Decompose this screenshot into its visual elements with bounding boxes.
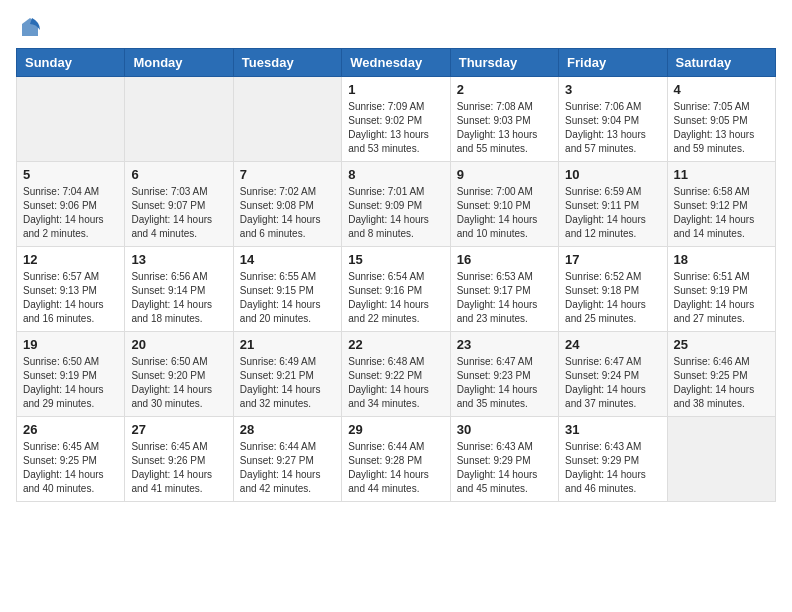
day-number: 28 bbox=[240, 422, 335, 437]
day-number: 17 bbox=[565, 252, 660, 267]
weekday-header-sunday: Sunday bbox=[17, 49, 125, 77]
logo bbox=[16, 16, 42, 40]
day-info: Sunrise: 6:53 AMSunset: 9:17 PMDaylight:… bbox=[457, 270, 552, 326]
calendar-day-cell: 31Sunrise: 6:43 AMSunset: 9:29 PMDayligh… bbox=[559, 417, 667, 502]
day-info: Sunrise: 6:45 AMSunset: 9:25 PMDaylight:… bbox=[23, 440, 118, 496]
calendar-day-cell bbox=[17, 77, 125, 162]
day-number: 21 bbox=[240, 337, 335, 352]
day-info: Sunrise: 6:43 AMSunset: 9:29 PMDaylight:… bbox=[565, 440, 660, 496]
day-number: 9 bbox=[457, 167, 552, 182]
day-info: Sunrise: 7:05 AMSunset: 9:05 PMDaylight:… bbox=[674, 100, 769, 156]
calendar-week-1: 1Sunrise: 7:09 AMSunset: 9:02 PMDaylight… bbox=[17, 77, 776, 162]
day-info: Sunrise: 6:52 AMSunset: 9:18 PMDaylight:… bbox=[565, 270, 660, 326]
weekday-header-wednesday: Wednesday bbox=[342, 49, 450, 77]
day-info: Sunrise: 6:47 AMSunset: 9:23 PMDaylight:… bbox=[457, 355, 552, 411]
day-info: Sunrise: 6:51 AMSunset: 9:19 PMDaylight:… bbox=[674, 270, 769, 326]
day-number: 30 bbox=[457, 422, 552, 437]
logo-icon bbox=[18, 16, 42, 40]
day-info: Sunrise: 7:06 AMSunset: 9:04 PMDaylight:… bbox=[565, 100, 660, 156]
day-number: 10 bbox=[565, 167, 660, 182]
day-info: Sunrise: 6:48 AMSunset: 9:22 PMDaylight:… bbox=[348, 355, 443, 411]
calendar-day-cell: 21Sunrise: 6:49 AMSunset: 9:21 PMDayligh… bbox=[233, 332, 341, 417]
calendar-day-cell: 6Sunrise: 7:03 AMSunset: 9:07 PMDaylight… bbox=[125, 162, 233, 247]
day-number: 12 bbox=[23, 252, 118, 267]
day-number: 25 bbox=[674, 337, 769, 352]
day-info: Sunrise: 6:49 AMSunset: 9:21 PMDaylight:… bbox=[240, 355, 335, 411]
day-number: 15 bbox=[348, 252, 443, 267]
day-number: 27 bbox=[131, 422, 226, 437]
calendar-week-2: 5Sunrise: 7:04 AMSunset: 9:06 PMDaylight… bbox=[17, 162, 776, 247]
calendar-week-3: 12Sunrise: 6:57 AMSunset: 9:13 PMDayligh… bbox=[17, 247, 776, 332]
calendar-day-cell: 3Sunrise: 7:06 AMSunset: 9:04 PMDaylight… bbox=[559, 77, 667, 162]
day-number: 6 bbox=[131, 167, 226, 182]
calendar-day-cell: 16Sunrise: 6:53 AMSunset: 9:17 PMDayligh… bbox=[450, 247, 558, 332]
calendar-day-cell: 18Sunrise: 6:51 AMSunset: 9:19 PMDayligh… bbox=[667, 247, 775, 332]
day-number: 18 bbox=[674, 252, 769, 267]
calendar-day-cell: 14Sunrise: 6:55 AMSunset: 9:15 PMDayligh… bbox=[233, 247, 341, 332]
day-number: 8 bbox=[348, 167, 443, 182]
weekday-header-monday: Monday bbox=[125, 49, 233, 77]
calendar-day-cell: 28Sunrise: 6:44 AMSunset: 9:27 PMDayligh… bbox=[233, 417, 341, 502]
day-info: Sunrise: 6:44 AMSunset: 9:27 PMDaylight:… bbox=[240, 440, 335, 496]
day-info: Sunrise: 7:01 AMSunset: 9:09 PMDaylight:… bbox=[348, 185, 443, 241]
page-header bbox=[16, 16, 776, 40]
calendar-day-cell: 27Sunrise: 6:45 AMSunset: 9:26 PMDayligh… bbox=[125, 417, 233, 502]
calendar-day-cell bbox=[233, 77, 341, 162]
day-number: 5 bbox=[23, 167, 118, 182]
calendar-day-cell: 7Sunrise: 7:02 AMSunset: 9:08 PMDaylight… bbox=[233, 162, 341, 247]
calendar-day-cell: 5Sunrise: 7:04 AMSunset: 9:06 PMDaylight… bbox=[17, 162, 125, 247]
day-number: 19 bbox=[23, 337, 118, 352]
calendar-week-4: 19Sunrise: 6:50 AMSunset: 9:19 PMDayligh… bbox=[17, 332, 776, 417]
day-number: 23 bbox=[457, 337, 552, 352]
weekday-header-thursday: Thursday bbox=[450, 49, 558, 77]
calendar-day-cell: 19Sunrise: 6:50 AMSunset: 9:19 PMDayligh… bbox=[17, 332, 125, 417]
calendar-day-cell: 29Sunrise: 6:44 AMSunset: 9:28 PMDayligh… bbox=[342, 417, 450, 502]
day-number: 31 bbox=[565, 422, 660, 437]
day-info: Sunrise: 6:59 AMSunset: 9:11 PMDaylight:… bbox=[565, 185, 660, 241]
calendar-day-cell: 20Sunrise: 6:50 AMSunset: 9:20 PMDayligh… bbox=[125, 332, 233, 417]
day-info: Sunrise: 6:44 AMSunset: 9:28 PMDaylight:… bbox=[348, 440, 443, 496]
day-number: 24 bbox=[565, 337, 660, 352]
day-info: Sunrise: 6:50 AMSunset: 9:20 PMDaylight:… bbox=[131, 355, 226, 411]
calendar-day-cell: 13Sunrise: 6:56 AMSunset: 9:14 PMDayligh… bbox=[125, 247, 233, 332]
calendar-day-cell: 1Sunrise: 7:09 AMSunset: 9:02 PMDaylight… bbox=[342, 77, 450, 162]
weekday-header-row: SundayMondayTuesdayWednesdayThursdayFrid… bbox=[17, 49, 776, 77]
day-info: Sunrise: 6:47 AMSunset: 9:24 PMDaylight:… bbox=[565, 355, 660, 411]
calendar-day-cell: 8Sunrise: 7:01 AMSunset: 9:09 PMDaylight… bbox=[342, 162, 450, 247]
calendar-day-cell: 24Sunrise: 6:47 AMSunset: 9:24 PMDayligh… bbox=[559, 332, 667, 417]
calendar-day-cell: 25Sunrise: 6:46 AMSunset: 9:25 PMDayligh… bbox=[667, 332, 775, 417]
day-number: 29 bbox=[348, 422, 443, 437]
calendar-day-cell: 2Sunrise: 7:08 AMSunset: 9:03 PMDaylight… bbox=[450, 77, 558, 162]
calendar-table: SundayMondayTuesdayWednesdayThursdayFrid… bbox=[16, 48, 776, 502]
day-info: Sunrise: 6:57 AMSunset: 9:13 PMDaylight:… bbox=[23, 270, 118, 326]
day-info: Sunrise: 7:02 AMSunset: 9:08 PMDaylight:… bbox=[240, 185, 335, 241]
day-number: 7 bbox=[240, 167, 335, 182]
day-number: 16 bbox=[457, 252, 552, 267]
calendar-day-cell: 10Sunrise: 6:59 AMSunset: 9:11 PMDayligh… bbox=[559, 162, 667, 247]
weekday-header-saturday: Saturday bbox=[667, 49, 775, 77]
day-info: Sunrise: 7:09 AMSunset: 9:02 PMDaylight:… bbox=[348, 100, 443, 156]
calendar-day-cell: 9Sunrise: 7:00 AMSunset: 9:10 PMDaylight… bbox=[450, 162, 558, 247]
day-number: 14 bbox=[240, 252, 335, 267]
day-number: 3 bbox=[565, 82, 660, 97]
day-info: Sunrise: 6:46 AMSunset: 9:25 PMDaylight:… bbox=[674, 355, 769, 411]
calendar-day-cell: 15Sunrise: 6:54 AMSunset: 9:16 PMDayligh… bbox=[342, 247, 450, 332]
calendar-day-cell: 4Sunrise: 7:05 AMSunset: 9:05 PMDaylight… bbox=[667, 77, 775, 162]
calendar-week-5: 26Sunrise: 6:45 AMSunset: 9:25 PMDayligh… bbox=[17, 417, 776, 502]
calendar-day-cell: 30Sunrise: 6:43 AMSunset: 9:29 PMDayligh… bbox=[450, 417, 558, 502]
day-number: 1 bbox=[348, 82, 443, 97]
calendar-day-cell: 11Sunrise: 6:58 AMSunset: 9:12 PMDayligh… bbox=[667, 162, 775, 247]
day-info: Sunrise: 7:03 AMSunset: 9:07 PMDaylight:… bbox=[131, 185, 226, 241]
day-number: 20 bbox=[131, 337, 226, 352]
day-number: 11 bbox=[674, 167, 769, 182]
weekday-header-friday: Friday bbox=[559, 49, 667, 77]
calendar-day-cell: 26Sunrise: 6:45 AMSunset: 9:25 PMDayligh… bbox=[17, 417, 125, 502]
weekday-header-tuesday: Tuesday bbox=[233, 49, 341, 77]
day-info: Sunrise: 6:45 AMSunset: 9:26 PMDaylight:… bbox=[131, 440, 226, 496]
day-number: 2 bbox=[457, 82, 552, 97]
day-info: Sunrise: 6:43 AMSunset: 9:29 PMDaylight:… bbox=[457, 440, 552, 496]
day-info: Sunrise: 6:50 AMSunset: 9:19 PMDaylight:… bbox=[23, 355, 118, 411]
day-info: Sunrise: 6:54 AMSunset: 9:16 PMDaylight:… bbox=[348, 270, 443, 326]
calendar-day-cell: 23Sunrise: 6:47 AMSunset: 9:23 PMDayligh… bbox=[450, 332, 558, 417]
calendar-day-cell bbox=[125, 77, 233, 162]
